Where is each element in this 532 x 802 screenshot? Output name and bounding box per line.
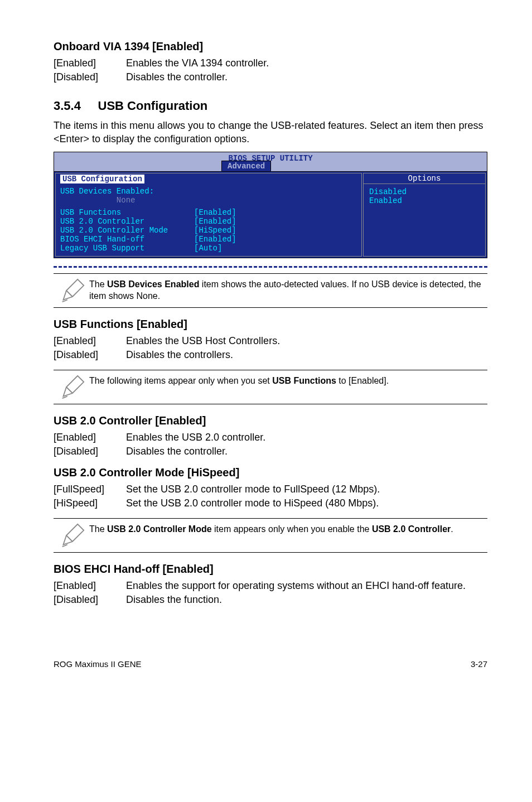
table-row: [Enabled]Enables the support for operati… [54,579,466,593]
table-row: [HiSpeed]Set the USB 2.0 controller mode… [54,496,380,510]
table-row: [Disabled]Disables the controller. [54,445,265,458]
svg-marker-4 [64,524,84,544]
note-text: The USB Devices Enabled item shows the a… [89,278,485,302]
bios-item[interactable]: USB 2.0 Controller Mode[HiSpeed] [60,226,357,235]
section-heading: 3.5.4 USB Configuration [54,99,487,113]
bios-item[interactable]: USB Functions[Enabled] [60,208,357,217]
table-row: [FullSpeed]Set the USB 2.0 controller mo… [54,482,380,496]
pencil-icon [56,375,89,399]
def-key: [Enabled] [54,579,126,593]
bios-item[interactable]: USB 2.0 Controller[Enabled] [60,217,357,226]
bios-devices-label: USB Devices Enabled: [60,187,357,196]
bios-devices-value: None [60,196,357,205]
def-table-bios-ehci-handoff: [Enabled]Enables the support for operati… [54,579,466,607]
section-number: 3.5.4 [54,99,81,113]
pencil-icon [56,278,89,303]
svg-line-1 [66,291,72,297]
table-row: [Disabled]Disables the function. [54,593,466,607]
def-key: [Disabled] [54,593,126,607]
bios-tab-advanced[interactable]: Advanced [221,161,271,171]
table-row: [Enabled]Enables the USB 2.0 controller. [54,431,265,445]
table-row: [Disabled]Disables the controller. [54,70,269,84]
heading-usb-functions: USB Functions [Enabled] [54,318,487,331]
bios-item[interactable]: BIOS EHCI Hand-off[Enabled] [60,235,357,244]
footer-left: ROG Maximus II GENE [54,659,142,669]
def-val: Enables the USB Host Controllers. [126,334,280,348]
bios-right-pane: Options Disabled Enabled [363,173,486,257]
def-key: [Disabled] [54,445,126,458]
section-intro: The items in this menu allows you to cha… [54,119,487,146]
def-key: [FullSpeed] [54,482,126,496]
def-val: Enables the VIA 1394 controller. [126,56,269,70]
heading-usb20-controller: USB 2.0 Controller [Enabled] [54,414,487,427]
def-table-onboard-via: [Enabled]Enables the VIA 1394 controller… [54,56,269,84]
heading-bios-ehci-handoff: BIOS EHCI Hand-off [Enabled] [54,563,487,576]
table-row: [Disabled]Disables the controllers. [54,348,280,362]
pencil-icon [56,523,89,548]
svg-line-3 [66,387,72,393]
def-val: Enables the USB 2.0 controller. [126,431,265,445]
footer-right: 3-27 [471,659,487,669]
bios-cut-line [54,266,487,268]
bios-option[interactable]: Enabled [369,196,480,205]
heading-usb20-controller-mode: USB 2.0 Controller Mode [HiSpeed] [54,466,487,479]
svg-line-5 [66,535,72,542]
def-val: Set the USB 2.0 controller mode to FullS… [126,482,380,496]
bios-left-heading: USB Configuration [60,175,144,183]
def-val: Disables the controller. [126,445,265,458]
def-val: Disables the function. [126,593,466,607]
bios-item[interactable]: Legacy USB Support[Auto] [60,244,357,253]
def-val: Enables the support for operating system… [126,579,466,593]
def-key: [Enabled] [54,431,126,445]
def-val: Disables the controllers. [126,348,280,362]
def-table-usb-functions: [Enabled]Enables the USB Host Controller… [54,334,280,362]
bios-panel: BIOS SETUP UTILITY Advanced USB Configur… [54,152,487,258]
def-key: [HiSpeed] [54,496,126,510]
note-usb20-controller-mode: The USB 2.0 Controller Mode item appears… [54,518,487,553]
table-row: [Enabled]Enables the USB Host Controller… [54,334,280,348]
def-key: [Enabled] [54,334,126,348]
note-usb-functions: The following items appear only when you… [54,370,487,404]
table-row: [Enabled]Enables the VIA 1394 controller… [54,56,269,70]
bios-option[interactable]: Disabled [369,187,480,196]
bios-options-heading: Options [364,173,485,184]
def-val: Set the USB 2.0 controller mode to HiSpe… [126,496,380,510]
note-text: The following items appear only when you… [89,375,485,387]
def-key: [Enabled] [54,56,126,70]
def-table-usb20-controller: [Enabled]Enables the USB 2.0 controller.… [54,431,265,458]
def-key: [Disabled] [54,348,126,362]
page-footer: ROG Maximus II GENE 3-27 [0,615,532,669]
bios-left-pane: USB Configuration USB Devices Enabled: N… [55,173,362,257]
def-val: Disables the controller. [126,70,269,84]
svg-marker-2 [64,375,84,396]
def-key: [Disabled] [54,70,126,84]
section-name: USB Configuration [98,99,208,113]
bios-title-bar: BIOS SETUP UTILITY Advanced [54,152,487,171]
note-text: The USB 2.0 Controller Mode item appears… [89,523,485,535]
note-usb-devices: The USB Devices Enabled item shows the a… [54,273,487,308]
def-table-usb20-controller-mode: [FullSpeed]Set the USB 2.0 controller mo… [54,482,380,510]
heading-onboard-via: Onboard VIA 1394 [Enabled] [54,40,487,53]
svg-marker-0 [64,279,84,299]
